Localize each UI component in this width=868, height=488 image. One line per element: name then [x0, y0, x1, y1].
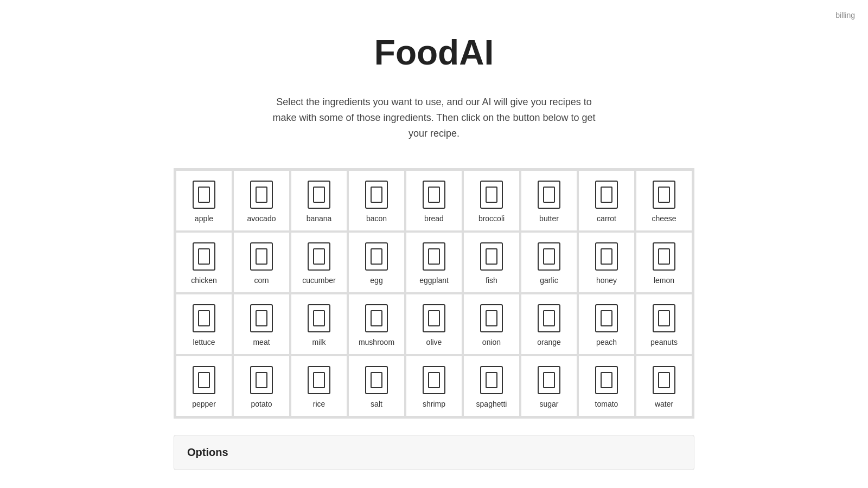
butter-icon — [538, 181, 560, 209]
lettuce-icon — [193, 304, 215, 332]
main-container: FoodAI Select the ingredients you want t… — [163, 0, 705, 488]
ingredient-cell-onion[interactable]: onion — [464, 294, 519, 354]
peach-label: peach — [596, 338, 617, 346]
eggplant-label: eggplant — [419, 276, 449, 285]
potato-icon — [250, 366, 273, 394]
ingredients-grid: appleavocadobananabaconbreadbroccolibutt… — [174, 168, 694, 419]
cheese-label: cheese — [652, 214, 676, 223]
pepper-label: pepper — [192, 400, 216, 408]
ingredient-cell-chicken[interactable]: chicken — [176, 233, 232, 292]
ingredient-cell-tomato[interactable]: tomato — [579, 356, 634, 416]
ingredient-cell-eggplant[interactable]: eggplant — [406, 233, 462, 292]
ingredient-cell-egg[interactable]: egg — [349, 233, 404, 292]
tomato-icon — [595, 366, 618, 394]
bacon-icon — [365, 181, 388, 209]
ingredient-cell-lettuce[interactable]: lettuce — [176, 294, 232, 354]
bread-label: bread — [424, 214, 444, 223]
ingredient-cell-apple[interactable]: apple — [176, 171, 232, 230]
ingredient-cell-corn[interactable]: corn — [234, 233, 289, 292]
cheese-icon — [653, 181, 675, 209]
ingredient-cell-butter[interactable]: butter — [521, 171, 577, 230]
ingredient-cell-bread[interactable]: bread — [406, 171, 462, 230]
olive-icon — [423, 304, 445, 332]
carrot-icon — [595, 181, 618, 209]
ingredient-cell-cheese[interactable]: cheese — [636, 171, 692, 230]
peach-icon — [595, 304, 618, 332]
bread-icon — [423, 181, 445, 209]
peanuts-icon — [653, 304, 675, 332]
banana-icon — [308, 181, 330, 209]
options-section: Options — [174, 435, 694, 470]
chicken-icon — [193, 242, 215, 271]
garlic-icon — [538, 242, 560, 271]
ingredient-cell-spaghetti[interactable]: spaghetti — [464, 356, 519, 416]
rice-icon — [308, 366, 330, 394]
potato-label: potato — [251, 400, 272, 408]
ingredient-cell-olive[interactable]: olive — [406, 294, 462, 354]
ingredient-cell-orange[interactable]: orange — [521, 294, 577, 354]
broccoli-label: broccoli — [478, 214, 505, 223]
tomato-label: tomato — [595, 400, 618, 408]
ingredient-cell-banana[interactable]: banana — [291, 171, 347, 230]
shrimp-icon — [423, 366, 445, 394]
ingredient-cell-bacon[interactable]: bacon — [349, 171, 404, 230]
ingredient-cell-peach[interactable]: peach — [579, 294, 634, 354]
chicken-label: chicken — [191, 276, 216, 285]
ingredient-cell-sugar[interactable]: sugar — [521, 356, 577, 416]
milk-label: milk — [312, 338, 326, 346]
ingredient-cell-shrimp[interactable]: shrimp — [406, 356, 462, 416]
mushroom-label: mushroom — [359, 338, 394, 346]
ingredient-cell-milk[interactable]: milk — [291, 294, 347, 354]
ingredient-cell-fish[interactable]: fish — [464, 233, 519, 292]
apple-label: apple — [195, 214, 213, 223]
ingredient-cell-lemon[interactable]: lemon — [636, 233, 692, 292]
egg-label: egg — [370, 276, 382, 285]
billing-link[interactable]: billing — [835, 11, 855, 20]
ingredient-cell-potato[interactable]: potato — [234, 356, 289, 416]
egg-icon — [365, 242, 388, 271]
ingredient-cell-meat[interactable]: meat — [234, 294, 289, 354]
ingredient-cell-carrot[interactable]: carrot — [579, 171, 634, 230]
lettuce-label: lettuce — [193, 338, 215, 346]
avocado-label: avocado — [247, 214, 276, 223]
milk-icon — [308, 304, 330, 332]
ingredient-cell-peanuts[interactable]: peanuts — [636, 294, 692, 354]
orange-icon — [538, 304, 560, 332]
honey-icon — [595, 242, 618, 271]
ingredient-cell-garlic[interactable]: garlic — [521, 233, 577, 292]
shrimp-label: shrimp — [423, 400, 445, 408]
avocado-icon — [250, 181, 273, 209]
salt-label: salt — [371, 400, 382, 408]
sugar-icon — [538, 366, 560, 394]
orange-label: orange — [537, 338, 561, 346]
meat-icon — [250, 304, 273, 332]
ingredient-cell-honey[interactable]: honey — [579, 233, 634, 292]
ingredient-cell-cucumber[interactable]: cucumber — [291, 233, 347, 292]
fish-label: fish — [486, 276, 497, 285]
bacon-label: bacon — [366, 214, 387, 223]
ingredient-cell-rice[interactable]: rice — [291, 356, 347, 416]
ingredient-cell-broccoli[interactable]: broccoli — [464, 171, 519, 230]
fish-icon — [480, 242, 503, 271]
mushroom-icon — [365, 304, 388, 332]
honey-label: honey — [596, 276, 617, 285]
ingredient-cell-avocado[interactable]: avocado — [234, 171, 289, 230]
options-title: Options — [187, 446, 681, 459]
ingredient-cell-mushroom[interactable]: mushroom — [349, 294, 404, 354]
peanuts-label: peanuts — [650, 338, 678, 346]
app-title: FoodAI — [174, 33, 694, 73]
ingredient-cell-water[interactable]: water — [636, 356, 692, 416]
eggplant-icon — [423, 242, 445, 271]
spaghetti-icon — [480, 366, 503, 394]
garlic-label: garlic — [540, 276, 558, 285]
meat-label: meat — [253, 338, 270, 346]
corn-icon — [250, 242, 273, 271]
cucumber-icon — [308, 242, 330, 271]
carrot-label: carrot — [597, 214, 616, 223]
cucumber-label: cucumber — [302, 276, 335, 285]
water-icon — [653, 366, 675, 394]
ingredient-cell-pepper[interactable]: pepper — [176, 356, 232, 416]
water-label: water — [655, 400, 673, 408]
olive-label: olive — [426, 338, 442, 346]
ingredient-cell-salt[interactable]: salt — [349, 356, 404, 416]
